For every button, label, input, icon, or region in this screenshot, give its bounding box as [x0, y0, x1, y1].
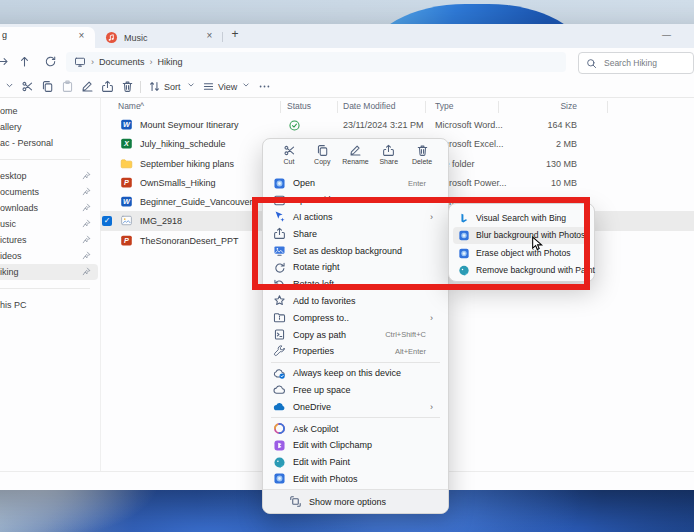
context-menu-item[interactable]: Properties Alt+Enter	[267, 343, 444, 360]
sidebar: ome allery ac - Personal esktop ocuments…	[0, 103, 98, 313]
column-status[interactable]: Status	[287, 101, 311, 111]
menu-item-label: Edit with Photos	[293, 474, 426, 484]
quick-action-button[interactable]: Delete	[408, 143, 436, 173]
menu-item-shortcut: Alt+Enter	[395, 347, 426, 356]
search-box[interactable]	[578, 52, 694, 74]
close-tab-icon[interactable]: ×	[75, 29, 88, 42]
up-button[interactable]	[18, 55, 31, 68]
context-menu-item[interactable]: Compress to.. ›	[267, 309, 444, 326]
rename-icon	[349, 144, 362, 157]
copy-button[interactable]	[41, 80, 54, 93]
sidebar-item[interactable]: ocuments	[0, 184, 98, 200]
quick-action-label: Delete	[412, 158, 432, 165]
breadcrumb[interactable]: › Documents › Hiking	[66, 52, 566, 72]
delete-button[interactable]	[121, 80, 134, 93]
quick-action-label: Cut	[284, 158, 295, 165]
menu-item-shortcut: Enter	[408, 179, 426, 188]
monitor-icon	[74, 56, 86, 68]
column-divider[interactable]	[425, 101, 426, 113]
breadcrumb-chevron: ›	[150, 57, 153, 67]
sort-icon[interactable]	[148, 80, 161, 93]
context-menu-item[interactable]: Always keep on this device	[267, 365, 444, 382]
more-options-icon[interactable]	[258, 80, 271, 93]
sidebar-item[interactable]: ictures	[0, 232, 98, 248]
menu-item-label: Edit with Clipchamp	[293, 440, 426, 450]
sort-button[interactable]: Sort	[164, 82, 181, 92]
view-icon[interactable]	[202, 80, 215, 93]
cloud-icon	[273, 383, 286, 396]
pin-icon	[82, 235, 91, 244]
breadcrumb-hiking[interactable]: Hiking	[158, 57, 183, 67]
column-name[interactable]: Name	[118, 101, 141, 111]
menu-item-label: OneDrive	[293, 402, 426, 412]
menu-item-label: Ask Copilot	[293, 424, 426, 434]
sidebar-item[interactable]: esktop	[0, 168, 98, 184]
svg-text:W: W	[123, 197, 131, 206]
folder-icon	[120, 157, 133, 170]
sidebar-item[interactable]: iking	[0, 264, 98, 280]
sidebar-item[interactable]: ac - Personal	[0, 135, 98, 151]
word-icon: W	[120, 195, 133, 208]
word-icon: W	[120, 118, 133, 131]
photos-app-icon	[273, 472, 286, 485]
column-divider[interactable]	[337, 101, 338, 113]
forward-button[interactable]	[0, 55, 9, 68]
paste-button[interactable]	[61, 80, 74, 93]
minimize-button[interactable]: —	[662, 30, 671, 40]
file-size: 130 MB	[480, 159, 577, 169]
file-size: 164 KB	[480, 120, 577, 130]
sidebar-item[interactable]: ideos	[0, 248, 98, 264]
file-size: 2 MB	[480, 139, 577, 149]
quick-action-button[interactable]: Rename	[342, 143, 370, 173]
rename-button[interactable]	[81, 80, 94, 93]
checkbox[interactable]	[102, 216, 112, 226]
sidebar-item[interactable]: ome	[0, 103, 98, 119]
context-menu-item[interactable]: Edit with Clipchamp	[267, 437, 444, 454]
trash-icon	[416, 144, 429, 157]
breadcrumb-documents[interactable]: Documents	[99, 57, 145, 67]
file-name: July_hiking_schedule	[140, 139, 226, 149]
column-type[interactable]: Type	[435, 101, 453, 111]
tab-music-label: Music	[124, 33, 148, 43]
search-input[interactable]	[602, 57, 686, 69]
svg-text:P: P	[124, 236, 129, 245]
pin-icon	[82, 171, 91, 180]
view-button[interactable]: View	[218, 82, 237, 92]
context-menu-item[interactable]: Ask Copilot	[267, 420, 444, 437]
close-tab-icon[interactable]: ×	[203, 29, 216, 42]
context-menu-item[interactable]: Edit with Photos	[267, 471, 444, 488]
tab-music[interactable]: Music	[100, 27, 220, 48]
context-menu-item[interactable]: Add to favorites	[267, 293, 444, 310]
context-menu-item[interactable]: Edit with Paint	[267, 454, 444, 471]
toolbar-divider	[140, 81, 141, 93]
column-size[interactable]: Size	[480, 101, 577, 111]
pin-icon	[82, 219, 91, 228]
ppt-icon: P	[120, 234, 133, 247]
column-date-modified[interactable]: Date Modified	[343, 101, 395, 111]
sidebar-item[interactable]: usic	[0, 216, 98, 232]
sidebar-item[interactable]: ownloads	[0, 200, 98, 216]
desktop: g × Music × + — › Documents › Hiking	[0, 0, 694, 532]
quick-action-button[interactable]: Copy	[308, 143, 336, 173]
file-row[interactable]: W Mount Seymour Itinerary 23/11/2024 3:2…	[100, 115, 694, 134]
context-menu-item[interactable]: Free up space	[267, 382, 444, 399]
quick-action-button[interactable]: Cut	[275, 143, 303, 173]
refresh-button[interactable]	[44, 55, 57, 68]
column-divider[interactable]	[280, 101, 281, 113]
cut-button[interactable]	[21, 80, 34, 93]
new-dropdown-chevron-icon[interactable]	[4, 80, 15, 91]
new-tab-button[interactable]: +	[227, 27, 243, 41]
context-menu-item[interactable]: Open Enter	[267, 175, 444, 192]
menu-item-label: Edit with Paint	[293, 457, 426, 467]
zip-folder-icon	[273, 311, 286, 324]
sidebar-item-label: his PC	[0, 297, 98, 313]
clipchamp-icon	[273, 439, 286, 452]
column-divider[interactable]	[607, 101, 608, 113]
sidebar-item[interactable]: allery	[0, 119, 98, 135]
quick-action-button[interactable]: Share	[375, 143, 403, 173]
share-button[interactable]	[101, 80, 114, 93]
context-menu-item[interactable]: OneDrive ›	[267, 398, 444, 415]
show-more-options-button[interactable]: Show more options	[263, 489, 448, 513]
context-menu-item[interactable]: Copy as path Ctrl+Shift+C	[267, 326, 444, 343]
sidebar-item[interactable]: his PC	[0, 297, 98, 313]
